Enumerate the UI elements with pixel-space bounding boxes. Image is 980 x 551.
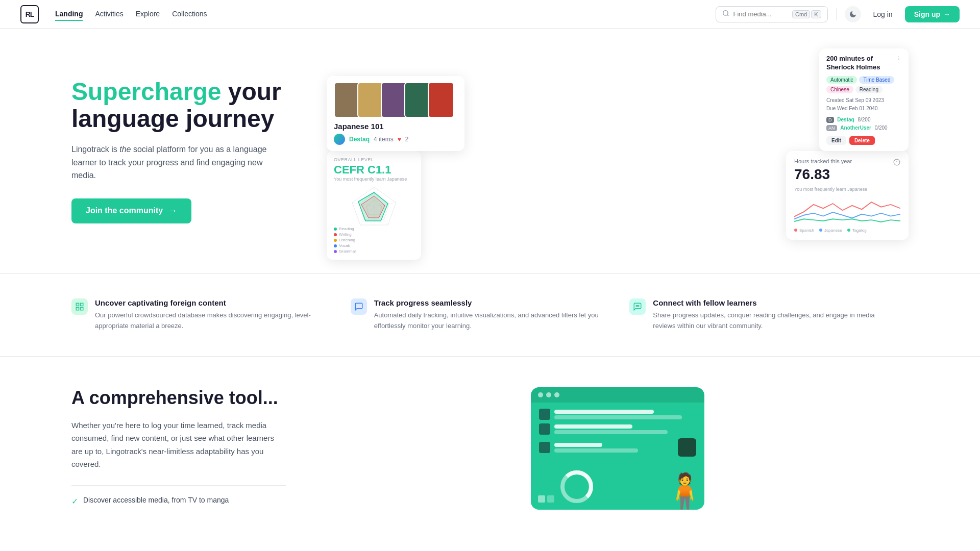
comprehensive-desc: Whether you're here to log your time lea… — [71, 419, 286, 471]
hours-legend: Spanish Japanese Tagalog — [794, 228, 900, 233]
hours-title: Hours tracked this year — [794, 158, 852, 164]
figure-person: 🧍 — [663, 474, 704, 510]
app-square-2 — [539, 423, 550, 435]
comprehensive-left: A comprehensive tool... Whether you're h… — [71, 387, 286, 510]
svg-rect-19 — [81, 303, 83, 306]
feature-content: Uncover captivating foreign content Our … — [71, 298, 351, 332]
titlebar-dot-3 — [554, 392, 559, 397]
app-circle-chart — [559, 469, 595, 505]
svg-rect-20 — [76, 308, 79, 310]
cefr-subtitle: You most frequently learn Japanese — [334, 177, 414, 182]
heart-icon: ♥ — [398, 136, 401, 143]
comprehensive-section: A comprehensive tool... Whether you're h… — [0, 356, 980, 541]
collection-images — [334, 82, 457, 118]
kbd-k: K — [811, 10, 821, 18]
collection-img-3 — [381, 82, 407, 118]
nav-link-explore[interactable]: Explore — [136, 8, 160, 21]
svg-point-22 — [636, 306, 637, 307]
app-mockup: 🧍 — [327, 387, 909, 510]
signup-button[interactable]: Sign up → — [905, 6, 960, 22]
app-bar-3 — [554, 448, 638, 453]
search-icon — [722, 10, 729, 19]
collection-img-2 — [357, 82, 384, 118]
task-tags: Automatic Time Based Chinese Reading — [826, 76, 901, 93]
nav-link-landing[interactable]: Landing — [55, 8, 83, 21]
svg-rect-21 — [81, 308, 83, 310]
cefr-value: CEFR C1.1 — [334, 163, 414, 177]
join-community-button[interactable]: Join the community → — [71, 198, 191, 223]
comprehensive-divider — [71, 485, 286, 486]
hours-card: Hours tracked this year 76.83 You most f… — [786, 151, 909, 240]
titlebar-dot-1 — [538, 392, 543, 397]
signup-arrow-icon: → — [943, 10, 950, 18]
tag-time-based: Time Based — [859, 76, 894, 84]
task-users: D Destaq 8/200 AN AnotherUser 0/200 — [826, 116, 901, 132]
nav-right: Cmd K Log in Sign up → — [716, 6, 960, 22]
tag-reading: Reading — [855, 86, 883, 93]
join-arrow-icon: → — [168, 206, 177, 216]
hero-left: Supercharge your language journey Lingot… — [71, 79, 286, 223]
collection-avatar — [334, 134, 345, 145]
app-window: 🧍 — [531, 387, 704, 510]
cefr-card: OVERALL LEVEL CEFR C1.1 You most frequen… — [327, 151, 421, 260]
logo[interactable]: RL — [20, 5, 39, 23]
svg-point-24 — [639, 306, 640, 307]
app-bar-2 — [554, 430, 668, 434]
hours-sub: You most frequently learn Japanese — [794, 187, 900, 192]
app-row-1 — [539, 409, 696, 420]
logo-icon: RL — [20, 5, 39, 23]
hero-title: Supercharge your language journey — [71, 79, 286, 133]
task-actions: Edit Delete — [826, 136, 901, 145]
moon-icon — [849, 10, 857, 18]
nav-links: Landing Activities Explore Collections — [55, 8, 716, 21]
hero-section: Supercharge your language journey Lingot… — [0, 29, 980, 273]
hours-chart — [794, 195, 900, 224]
cefr-legend: Reading Writing Listening Vocab Grammar — [334, 227, 414, 254]
task-edit-button[interactable]: Edit — [826, 136, 846, 145]
app-square-1 — [539, 409, 550, 420]
task-delete-button[interactable]: Delete — [849, 136, 875, 145]
svg-point-17 — [899, 59, 899, 60]
feature-content-icon — [71, 298, 88, 315]
collection-meta: Destaq 4 items ♥ 2 — [334, 134, 457, 145]
user1-badge: D — [826, 117, 834, 123]
search-input[interactable] — [733, 10, 788, 18]
nav-link-activities[interactable]: Activities — [95, 8, 123, 21]
svg-line-1 — [727, 14, 728, 16]
navbar: RL Landing Activities Explore Collection… — [0, 0, 980, 29]
app-square-3 — [539, 442, 550, 453]
theme-toggle-button[interactable] — [845, 6, 861, 22]
feature-track-icon — [351, 298, 367, 315]
search-kbd-hint: Cmd K — [792, 10, 821, 18]
mini-sq-1 — [538, 495, 545, 503]
task-header: 200 minutes of Sherlock Holmes — [826, 55, 901, 72]
nav-link-collections[interactable]: Collections — [172, 8, 207, 21]
collection-likes: 2 — [405, 136, 409, 143]
app-bar-1 — [554, 415, 682, 419]
app-titlebar — [531, 387, 704, 403]
svg-point-16 — [899, 58, 899, 59]
app-row-2 — [539, 423, 696, 435]
tag-automatic: Automatic — [826, 76, 857, 84]
tag-chinese: Chinese — [826, 86, 853, 93]
app-bar-fill-3 — [554, 443, 602, 447]
feature-track-text: Track progress seamlessly Automated dail… — [374, 298, 614, 332]
task-dates: Created Sat Sep 09 2023 Due Wed Feb 01 2… — [826, 96, 901, 113]
nav-divider — [836, 8, 837, 20]
cefr-radar-chart — [334, 186, 414, 227]
app-content — [531, 403, 704, 466]
collection-img-4 — [404, 82, 431, 118]
search-bar[interactable]: Cmd K — [716, 6, 828, 22]
feature-track: Track progress seamlessly Automated dail… — [351, 298, 630, 332]
collection-username: Destaq — [349, 136, 370, 143]
comprehensive-item-1: ✓ Discover accessible media, from TV to … — [71, 496, 286, 506]
collection-card: Japanese 101 Destaq 4 items ♥ 2 — [327, 76, 464, 151]
login-button[interactable]: Log in — [867, 7, 899, 21]
info-icon — [893, 159, 900, 166]
task-menu-icon[interactable] — [896, 55, 901, 62]
app-mini-squares — [538, 495, 554, 503]
task-card: 200 minutes of Sherlock Holmes Automatic… — [819, 48, 909, 151]
app-bar-fill-2 — [554, 424, 632, 429]
app-row-3 — [539, 438, 696, 457]
svg-rect-18 — [76, 303, 79, 306]
